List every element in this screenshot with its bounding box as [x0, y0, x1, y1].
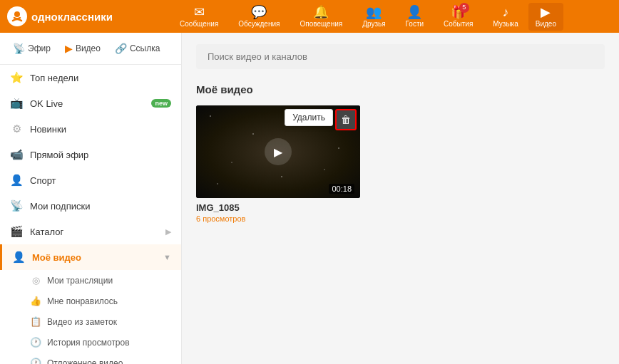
nav-notifications-label: Оповещения [300, 20, 342, 28]
link-icon: 🔗 [115, 43, 127, 54]
novinki-icon: ⚙ [10, 123, 23, 135]
nav-video[interactable]: ▶ Видео [528, 3, 563, 31]
music-icon: ♪ [503, 6, 509, 19]
sidebar-item-top-week[interactable]: ⭐ Топ недели [0, 65, 181, 90]
video-thumbnail: ▶ 🗑 Удалить 00:18 [196, 105, 360, 198]
sidebar: 📡 Эфир ▶ Видео 🔗 Ссылка ⭐ Топ недели 📺 O… [0, 33, 182, 364]
nav-messages-label: Сообщения [180, 20, 218, 28]
play-button[interactable]: ▶ [265, 138, 292, 165]
video-grid: ▶ 🗑 Удалить 00:18 IMG_1085 6 просмотров [196, 105, 605, 223]
my-video-label: Моё видео [32, 252, 81, 263]
tab-video-label: Видео [76, 43, 101, 53]
nav-notifications[interactable]: 🔔 Оповещения [290, 3, 352, 31]
svg-point-0 [14, 11, 20, 17]
liked-label: Мне понравилось [47, 296, 118, 306]
my-video-icon: 👤 [12, 251, 25, 264]
new-badge: new [151, 99, 171, 108]
submenu-item-liked[interactable]: 👍 Мне понравилось [0, 291, 181, 311]
novinki-label: Новинки [30, 124, 66, 135]
messages-icon: ✉ [194, 6, 205, 19]
video-title: IMG_1085 [196, 202, 360, 213]
nav-music[interactable]: ♪ Музыка [483, 3, 528, 31]
history-label: История просмотров [47, 338, 130, 348]
top-nav: одноклассники ✉ Сообщения 💬 Обсуждения 🔔… [0, 0, 619, 33]
video-views: 6 просмотров [196, 214, 360, 223]
notifications-icon: 🔔 [313, 6, 329, 19]
catalog-label: Каталог [30, 227, 63, 237]
sidebar-item-live[interactable]: 📹 Прямой эфир [0, 142, 181, 167]
history-icon: 🕐 [30, 337, 41, 348]
liked-icon: 👍 [30, 296, 41, 306]
submenu: ◎ Мои трансляции 👍 Мне понравилось 📋 Вид… [0, 270, 181, 364]
guests-icon: 👤 [406, 6, 422, 19]
tab-ssylka[interactable]: 🔗 Ссылка [111, 40, 164, 57]
ok-live-label: OK Live [30, 98, 63, 109]
sidebar-item-my-video[interactable]: 👤 Моё видео ▼ [0, 244, 181, 270]
submenu-item-history[interactable]: 🕐 История просмотров [0, 332, 181, 353]
sidebar-tabs: 📡 Эфир ▶ Видео 🔗 Ссылка [0, 33, 181, 65]
layout: 📡 Эфир ▶ Видео 🔗 Ссылка ⭐ Топ недели 📺 O… [0, 33, 619, 364]
section-title: Моё видео [196, 83, 605, 95]
top-week-label: Топ недели [30, 73, 78, 83]
friends-icon: 👥 [366, 6, 382, 19]
nav-video-label: Видео [536, 20, 556, 28]
deferred-label: Отложенное видео [47, 358, 123, 365]
delete-button[interactable]: 🗑 [335, 109, 357, 130]
nav-events[interactable]: 🎁 5 События [434, 3, 483, 31]
live-icon: 📹 [10, 148, 23, 161]
logo-icon [7, 6, 27, 26]
notes-icon: 📋 [30, 316, 41, 327]
sidebar-item-subscriptions[interactable]: 📡 Мои подписки [0, 193, 181, 219]
deferred-icon: 🕐 [30, 358, 41, 364]
nav-items: ✉ Сообщения 💬 Обсуждения 🔔 Оповещения 👥 … [121, 3, 612, 31]
tab-ssylka-label: Ссылка [130, 43, 160, 53]
sidebar-item-ok-live[interactable]: 📺 OK Live new [0, 90, 181, 116]
my-video-arrow-icon: ▼ [163, 253, 171, 261]
subscriptions-label: Мои подписки [30, 201, 90, 212]
nav-discussions[interactable]: 💬 Обсуждения [228, 3, 290, 31]
nav-guests-label: Гости [406, 20, 424, 28]
sport-icon: 👤 [10, 174, 23, 187]
video-nav-icon: ▶ [541, 6, 551, 19]
nav-friends-label: Друзья [362, 20, 385, 28]
nav-friends[interactable]: 👥 Друзья [352, 3, 395, 31]
star-icon: ⭐ [10, 71, 23, 84]
tab-efir[interactable]: 📡 Эфир [9, 40, 55, 57]
sidebar-item-catalog[interactable]: 🎬 Каталог ▶ [0, 219, 181, 244]
tab-video[interactable]: ▶ Видео [61, 40, 105, 57]
catalog-icon: 🎬 [10, 225, 23, 238]
nav-events-label: События [444, 20, 473, 28]
tab-efir-label: Эфир [28, 43, 51, 53]
nav-messages[interactable]: ✉ Сообщения [170, 3, 228, 31]
video-info: IMG_1085 6 просмотров [196, 202, 360, 223]
nav-music-label: Музыка [493, 20, 518, 28]
tv-icon: 📺 [10, 97, 23, 110]
efir-icon: 📡 [13, 43, 25, 54]
events-icon: 🎁 5 [451, 6, 466, 19]
catalog-arrow-icon: ▶ [165, 227, 171, 236]
logo[interactable]: одноклассники [7, 6, 121, 26]
streams-label: Мои трансляции [47, 276, 113, 286]
nav-discussions-label: Обсуждения [238, 20, 280, 28]
sidebar-item-novinki[interactable]: ⚙ Новинки [0, 116, 181, 142]
delete-tooltip: Удалить [285, 109, 333, 126]
sport-label: Спорт [30, 175, 56, 186]
video-duration: 00:18 [329, 184, 354, 194]
submenu-item-notes[interactable]: 📋 Видео из заметок [0, 311, 181, 332]
sidebar-menu: ⭐ Топ недели 📺 OK Live new ⚙ Новинки 📹 П… [0, 65, 181, 270]
submenu-item-streams[interactable]: ◎ Мои трансляции [0, 270, 181, 291]
submenu-item-deferred[interactable]: 🕐 Отложенное видео [0, 353, 181, 364]
search-input[interactable] [196, 44, 605, 69]
notes-label: Видео из заметок [47, 317, 117, 327]
live-label: Прямой эфир [30, 150, 88, 160]
streams-icon: ◎ [30, 275, 41, 286]
nav-guests[interactable]: 👤 Гости [396, 3, 434, 31]
discussions-icon: 💬 [251, 6, 267, 19]
video-tab-icon: ▶ [65, 43, 73, 54]
brand-name: одноклассники [31, 11, 113, 23]
video-card[interactable]: ▶ 🗑 Удалить 00:18 IMG_1085 6 просмотров [196, 105, 360, 223]
subscriptions-icon: 📡 [10, 199, 23, 212]
sidebar-item-sport[interactable]: 👤 Спорт [0, 167, 181, 193]
main-content: Моё видео ▶ 🗑 Удалить 00:18 IMG_1085 6 п… [182, 33, 619, 364]
